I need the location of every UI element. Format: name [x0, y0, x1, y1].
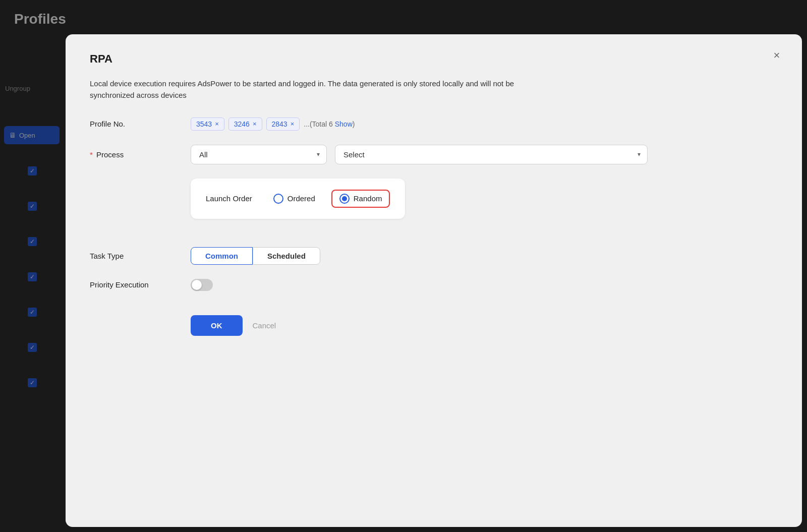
required-star: * [90, 150, 93, 159]
toggle-thumb [192, 280, 202, 290]
tag-close-2[interactable]: × [253, 120, 257, 128]
profile-tags-container: 3543 × 3246 × 2843 × ...(Total 6 Show) [191, 117, 355, 131]
ordered-radio[interactable] [273, 194, 283, 204]
profile-tag-2: 3246 × [228, 117, 262, 131]
profile-tag-1: 3543 × [191, 117, 224, 131]
random-radio[interactable] [339, 194, 350, 204]
profile-no-row: Profile No. 3543 × 3246 × 2843 × ...(Tot… [90, 117, 778, 131]
profile-no-label: Profile No. [90, 120, 191, 128]
launch-order-row: Launch Order Ordered Random [90, 179, 778, 233]
profile-tag-3: 2843 × [266, 117, 300, 131]
scheduled-button[interactable]: Scheduled [253, 247, 320, 265]
secondary-select[interactable]: Select [335, 145, 648, 164]
common-button[interactable]: Common [191, 247, 253, 265]
info-text: Local device execution requires AdsPower… [90, 78, 529, 101]
total-show-text: ...(Total 6 Show) [304, 120, 355, 128]
secondary-select-wrapper: Select ▾ [335, 145, 648, 164]
ordered-label: Ordered [287, 194, 315, 203]
tag-close-3[interactable]: × [291, 120, 295, 128]
process-row: * Process All ▾ Select ▾ [90, 145, 778, 164]
random-label: Random [354, 194, 382, 203]
close-button[interactable]: × [770, 48, 784, 63]
ordered-option[interactable]: Ordered [273, 194, 315, 204]
launch-order-label: Launch Order [206, 194, 252, 203]
task-type-label: Task Type [90, 252, 191, 260]
rpa-modal: RPA × Local device execution requires Ad… [66, 34, 802, 527]
action-buttons-row: OK Cancel [90, 315, 778, 336]
task-type-buttons: Common Scheduled [191, 247, 320, 265]
process-select[interactable]: All [191, 145, 327, 164]
tag-value-2: 3246 [234, 120, 250, 128]
ok-button[interactable]: OK [191, 315, 243, 336]
show-link[interactable]: Show [335, 120, 353, 128]
task-type-row: Task Type Common Scheduled [90, 247, 778, 265]
process-label: * Process [90, 150, 191, 159]
launch-order-card: Launch Order Ordered Random [191, 179, 405, 219]
cancel-button[interactable]: Cancel [253, 321, 276, 330]
priority-row: Priority Execution [90, 279, 778, 291]
random-highlighted-box: Random [331, 190, 390, 208]
tag-value-1: 3543 [196, 120, 212, 128]
priority-label: Priority Execution [90, 280, 191, 289]
modal-title: RPA [90, 52, 778, 66]
priority-toggle[interactable] [191, 279, 213, 291]
random-option[interactable]: Random [339, 194, 382, 204]
process-label-text: Process [94, 150, 124, 159]
tag-close-1[interactable]: × [215, 120, 219, 128]
tag-value-3: 2843 [272, 120, 287, 128]
process-select-wrapper: All ▾ [191, 145, 327, 164]
